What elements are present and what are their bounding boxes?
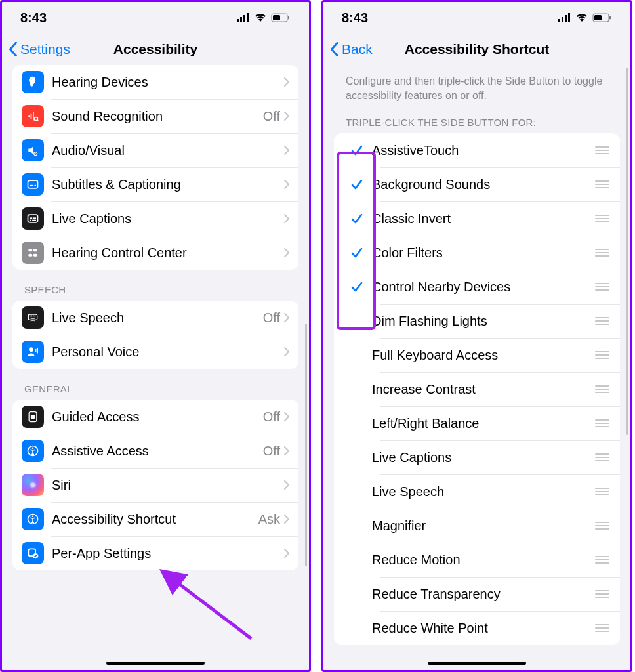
wifi-icon <box>575 13 588 22</box>
row-label: Subtitles & Captioning <box>52 177 284 192</box>
shortcut-row[interactable]: AssistiveTouch <box>334 133 620 167</box>
shortcut-row[interactable]: Left/Right Balance <box>334 406 620 440</box>
row-label: Color Filters <box>372 245 594 261</box>
drag-handle-icon[interactable] <box>594 180 611 188</box>
shortcut-row[interactable]: Reduce White Point <box>334 611 620 645</box>
row-label: Reduce Motion <box>372 553 594 568</box>
svg-point-39 <box>32 516 34 518</box>
row-label: Live Speech <box>52 310 263 326</box>
section-header-tripleclick: TRIPLE-CLICK THE SIDE BUTTON FOR: <box>334 102 620 133</box>
back-button[interactable]: Settings <box>9 41 70 57</box>
svg-rect-26 <box>35 316 36 317</box>
settings-row[interactable]: Personal Voice <box>12 335 298 369</box>
shortcut-row[interactable]: Dim Flashing Lights <box>334 304 620 338</box>
row-label: Control Nearby Devices <box>372 280 594 295</box>
svg-rect-44 <box>594 15 602 20</box>
settings-row[interactable]: Hearing Control Center <box>12 236 298 270</box>
status-time: 8:43 <box>342 10 368 26</box>
drag-handle-icon[interactable] <box>594 453 611 461</box>
hearing-control-icon <box>22 242 44 264</box>
shortcut-row[interactable]: Magnifier <box>334 509 620 543</box>
hearing-group: Hearing DevicesSound RecognitionOffAudio… <box>12 65 298 270</box>
chevron-right-icon <box>284 549 289 558</box>
settings-row[interactable]: Sound RecognitionOff <box>12 99 298 133</box>
checkmark-icon <box>342 212 372 225</box>
chevron-left-icon <box>9 42 18 56</box>
shortcut-row[interactable]: Full Keyboard Access <box>334 338 620 372</box>
row-label: Left/Right Balance <box>372 416 594 431</box>
drag-handle-icon[interactable] <box>594 317 611 325</box>
shortcut-row[interactable]: Reduce Motion <box>334 543 620 577</box>
row-label: Reduce Transparency <box>372 587 594 602</box>
scroll-area[interactable]: Configure and then triple-click the Side… <box>323 65 630 670</box>
drag-handle-icon[interactable] <box>594 146 611 154</box>
row-label: Assistive Access <box>52 444 263 459</box>
drag-handle-icon[interactable] <box>594 215 611 222</box>
chevron-right-icon <box>284 214 289 223</box>
svg-point-33 <box>32 415 33 417</box>
drag-handle-icon[interactable] <box>594 249 611 257</box>
battery-icon <box>271 13 291 22</box>
home-indicator[interactable] <box>428 662 526 665</box>
drag-handle-icon[interactable] <box>594 488 611 495</box>
nav-bar: Back Accessibility Shortcut <box>323 33 630 65</box>
checkmark-icon <box>342 144 372 157</box>
scrollbar[interactable] <box>305 324 307 566</box>
svg-rect-17 <box>32 220 36 221</box>
shortcut-row[interactable]: Color Filters <box>334 236 620 270</box>
settings-row[interactable]: Live SpeechOff <box>12 301 298 335</box>
chevron-right-icon <box>284 146 289 155</box>
shortcut-row[interactable]: Control Nearby Devices <box>334 270 620 304</box>
status-bar: 8:43 <box>2 2 309 33</box>
description-text: Configure and then triple-click the Side… <box>334 65 620 102</box>
drag-handle-icon[interactable] <box>594 624 611 632</box>
svg-point-28 <box>29 347 33 352</box>
scroll-area[interactable]: Hearing DevicesSound RecognitionOffAudio… <box>2 65 309 670</box>
shortcut-row[interactable]: Increase Contrast <box>334 372 620 406</box>
svg-line-7 <box>37 120 39 121</box>
shortcut-row[interactable]: Live Captions <box>334 440 620 474</box>
shortcut-row[interactable]: Live Speech <box>334 474 620 509</box>
shortcut-row[interactable]: Reduce Transparency <box>334 577 620 611</box>
back-button[interactable]: Back <box>330 41 373 57</box>
drag-handle-icon[interactable] <box>594 351 611 359</box>
settings-row[interactable]: Siri <box>12 468 298 502</box>
live-speech-icon <box>22 306 44 329</box>
shortcut-row[interactable]: Classic Invert <box>334 201 620 236</box>
svg-rect-12 <box>35 185 37 186</box>
row-label: Guided Access <box>52 410 263 425</box>
scrollbar[interactable] <box>626 68 628 435</box>
subtitles-icon <box>22 173 44 196</box>
drag-handle-icon[interactable] <box>594 419 611 427</box>
row-label: Personal Voice <box>52 345 284 360</box>
drag-handle-icon[interactable] <box>594 590 611 598</box>
svg-rect-25 <box>33 316 34 317</box>
section-header-speech: SPEECH <box>12 270 298 301</box>
home-indicator[interactable] <box>106 662 205 665</box>
chevron-right-icon <box>284 412 289 421</box>
status-icons <box>237 13 291 22</box>
drag-handle-icon[interactable] <box>594 522 611 530</box>
svg-rect-45 <box>609 16 611 20</box>
row-label: Per-App Settings <box>52 546 284 561</box>
svg-rect-30 <box>37 348 38 353</box>
drag-handle-icon[interactable] <box>594 556 611 564</box>
settings-row[interactable]: Guided AccessOff <box>12 400 298 434</box>
settings-row[interactable]: Hearing Devices <box>12 65 298 99</box>
settings-row[interactable]: Live Captions <box>12 201 298 236</box>
settings-row[interactable]: Per-App Settings <box>12 536 298 570</box>
svg-rect-27 <box>31 318 35 319</box>
settings-row[interactable]: Subtitles & Captioning <box>12 167 298 201</box>
shortcut-row[interactable]: Background Sounds <box>334 167 620 201</box>
status-time: 8:43 <box>20 10 47 26</box>
settings-row[interactable]: Audio/Visual <box>12 133 298 167</box>
svg-point-9 <box>35 153 36 154</box>
drag-handle-icon[interactable] <box>594 385 611 393</box>
row-label: Hearing Devices <box>52 75 284 90</box>
row-label: Siri <box>52 478 284 493</box>
settings-row[interactable]: Assistive AccessOff <box>12 434 298 468</box>
settings-row[interactable]: Accessibility ShortcutAsk <box>12 502 298 536</box>
svg-rect-3 <box>28 115 30 117</box>
drag-handle-icon[interactable] <box>594 283 611 291</box>
row-label: Magnifier <box>372 518 594 534</box>
